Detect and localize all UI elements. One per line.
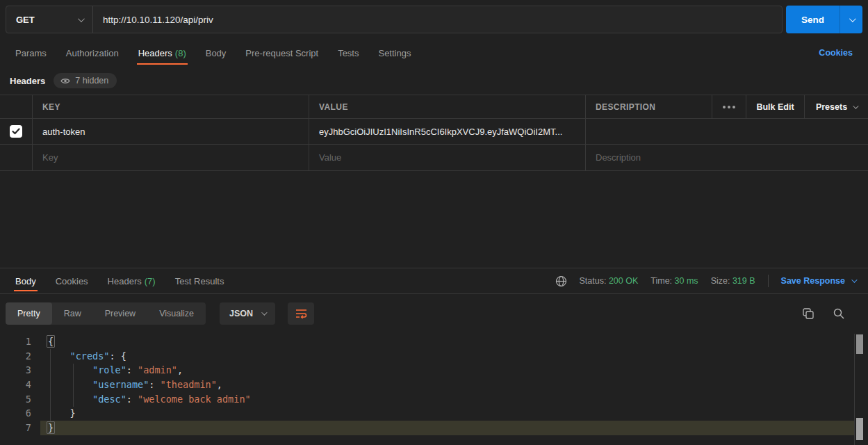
code-text: {: [31, 334, 54, 349]
table-row-empty: Key Value Description: [0, 145, 868, 170]
key-column-header: KEY: [32, 95, 309, 118]
code-text: }: [31, 406, 76, 421]
url-input[interactable]: http://10.10.11.120/api/priv: [93, 6, 782, 33]
globe-icon[interactable]: [555, 275, 567, 287]
wrap-text-icon: [295, 309, 307, 318]
search-icon: [833, 308, 844, 319]
code-line[interactable]: 1{: [0, 334, 868, 349]
code-text: "username": "theadmin",: [31, 378, 222, 392]
view-raw[interactable]: Raw: [52, 302, 93, 325]
divider: [768, 275, 769, 287]
view-mode-switcher: Pretty Raw Preview Visualize: [6, 302, 206, 325]
copy-icon: [803, 308, 814, 319]
code-line[interactable]: 3 "role": "admin",: [0, 363, 868, 378]
tab-response-body[interactable]: Body: [6, 268, 46, 293]
description-column-header: DESCRIPTION: [585, 95, 712, 118]
checkbox-column-header: [0, 95, 32, 118]
chevron-down-icon: [851, 277, 857, 282]
chevron-down-icon: [853, 103, 858, 108]
chevron-down-icon: [849, 15, 855, 22]
size-badge: Size: 319 B: [711, 276, 755, 286]
code-text: "role": "admin",: [31, 363, 183, 378]
format-dropdown[interactable]: JSON: [220, 302, 275, 325]
tab-params[interactable]: Params: [6, 39, 56, 67]
tab-body[interactable]: Body: [196, 39, 236, 67]
view-preview[interactable]: Preview: [93, 302, 147, 325]
code-line[interactable]: 4 "username": "theadmin",: [0, 378, 868, 392]
bulk-edit-button[interactable]: Bulk Edit: [746, 95, 804, 118]
line-number: 3: [0, 363, 31, 378]
headers-subheader: Headers 7 hidden: [0, 67, 868, 95]
table-header-row: KEY VALUE DESCRIPTION Bulk Edit Presets: [0, 95, 868, 119]
time-badge: Time: 30 ms: [650, 276, 698, 286]
request-bar: GET http://10.10.11.120/api/priv Send: [0, 0, 868, 39]
code-text: "creds": {: [31, 349, 126, 364]
new-key-field[interactable]: Key: [32, 145, 309, 170]
response-panel: Body Cookies Headers (7) Test Results St…: [0, 268, 868, 445]
headers-table: KEY VALUE DESCRIPTION Bulk Edit Presets: [0, 95, 868, 171]
line-number: 7: [0, 421, 31, 435]
method-label: GET: [16, 15, 35, 25]
wrap-text-button[interactable]: [288, 302, 314, 325]
tab-response-headers[interactable]: Headers (7): [98, 268, 165, 293]
tab-tests[interactable]: Tests: [328, 39, 368, 67]
tab-authorization[interactable]: Authorization: [56, 39, 129, 67]
request-tabs: Params Authorization Headers (8) Body Pr…: [0, 39, 868, 67]
line-number: 1: [0, 334, 31, 349]
table-row: auth-token eyJhbGciOiJIUzI1NiIsInR5cCI6I…: [0, 119, 868, 145]
send-group: Send: [786, 6, 862, 33]
eye-icon: [60, 77, 70, 85]
check-icon: [12, 128, 20, 135]
tab-test-results[interactable]: Test Results: [165, 268, 234, 293]
row-checkbox[interactable]: [10, 125, 22, 138]
empty-space: [0, 171, 868, 268]
response-headers-count-badge: (7): [145, 276, 156, 286]
status-badge: Status: 200 OK: [580, 276, 639, 286]
hidden-headers-toggle[interactable]: 7 hidden: [54, 73, 117, 88]
code-line[interactable]: 7}: [0, 421, 868, 435]
line-number: 5: [0, 392, 31, 407]
toolbar-icons: [803, 308, 862, 319]
search-button[interactable]: [833, 308, 844, 319]
method-select[interactable]: GET: [6, 6, 93, 33]
line-number: 2: [0, 349, 31, 364]
code-line[interactable]: 6 }: [0, 406, 868, 421]
response-toolbar: Pretty Raw Preview Visualize JSON: [0, 294, 868, 332]
code-text: }: [31, 421, 54, 435]
headers-count-badge: (8): [175, 48, 186, 58]
headers-section-title: Headers: [10, 76, 45, 86]
response-body-viewer[interactable]: 1{2 "creds": {3 "role": "admin",4 "usern…: [0, 332, 868, 445]
header-value-field[interactable]: eyJhbGciOiJIUzI1NiIsInR5cCI6IkpXVCJ9.eyJ…: [309, 119, 585, 144]
line-number: 4: [0, 378, 31, 392]
cookies-link[interactable]: Cookies: [819, 48, 853, 58]
view-pretty[interactable]: Pretty: [6, 302, 52, 325]
copy-button[interactable]: [803, 308, 814, 319]
view-visualize[interactable]: Visualize: [147, 302, 206, 325]
new-value-field[interactable]: Value: [309, 145, 585, 170]
more-actions-button[interactable]: [712, 95, 746, 118]
send-options-button[interactable]: [840, 6, 862, 33]
row-checkbox-cell: [0, 145, 32, 170]
tab-response-cookies[interactable]: Cookies: [46, 268, 98, 293]
tab-headers[interactable]: Headers (8): [129, 39, 196, 67]
request-tabs-right: Cookies: [819, 39, 862, 67]
more-actions-icon: [723, 106, 735, 108]
header-key-field[interactable]: auth-token: [32, 119, 309, 144]
save-response-button[interactable]: Save Response: [781, 276, 855, 286]
hidden-headers-label: 7 hidden: [75, 76, 108, 86]
chevron-down-icon: [261, 309, 267, 315]
chevron-down-icon: [78, 15, 85, 22]
new-description-field[interactable]: Description: [585, 145, 868, 170]
tab-pre-request-script[interactable]: Pre-request Script: [236, 39, 328, 67]
postman-app: GET http://10.10.11.120/api/priv Send Pa…: [0, 0, 868, 445]
header-description-field[interactable]: [585, 119, 868, 144]
response-tabs: Body Cookies Headers (7) Test Results St…: [0, 268, 868, 294]
line-number: 6: [0, 406, 31, 421]
tab-settings[interactable]: Settings: [368, 39, 420, 67]
code-line[interactable]: 5 "desc": "welcome back admin": [0, 392, 868, 407]
code-line[interactable]: 2 "creds": {: [0, 349, 868, 364]
code-text: "desc": "welcome back admin": [31, 392, 251, 407]
row-checkbox-cell: [0, 119, 32, 144]
send-button[interactable]: Send: [786, 6, 840, 33]
presets-dropdown[interactable]: Presets: [804, 95, 868, 118]
